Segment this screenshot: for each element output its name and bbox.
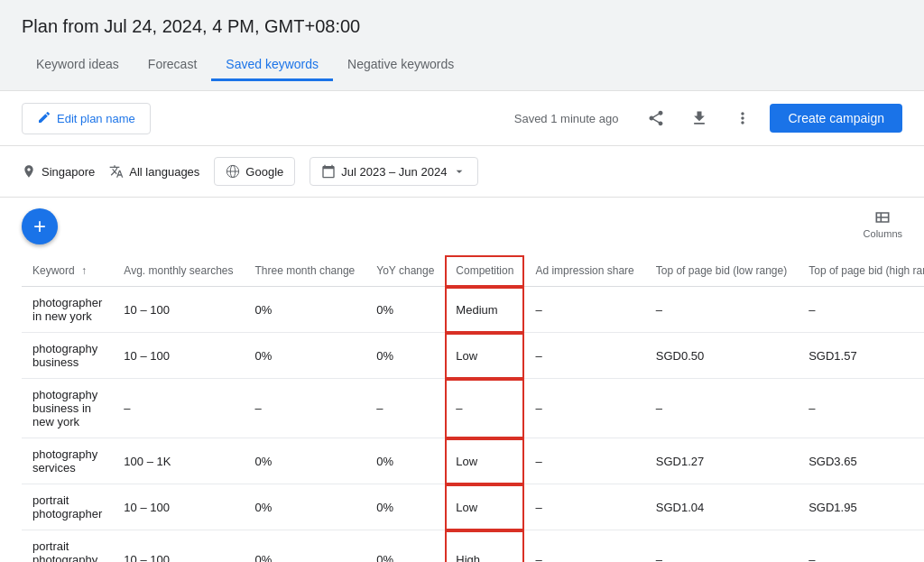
cell-top-page-low: SGD1.27 (645, 438, 798, 484)
cell-ad-impression: – (524, 333, 644, 379)
cell-top-page-low: – (645, 287, 798, 333)
cell-top-page-low: SGD0.50 (645, 333, 798, 379)
cell-top-page-low: – (645, 379, 798, 438)
cell-keyword: photography business in new york (22, 379, 113, 438)
tab-keyword-ideas[interactable]: Keyword ideas (22, 50, 134, 81)
cell-top-page-high: SGD3.65 (798, 438, 924, 484)
language-filter: All languages (109, 164, 199, 179)
network-icon (226, 164, 240, 179)
cell-yoy: 0% (365, 287, 445, 333)
cell-three-month: 0% (245, 438, 366, 484)
location-icon (22, 164, 36, 179)
col-keyword[interactable]: Keyword ↑ (22, 255, 113, 287)
more-options-button[interactable] (726, 102, 759, 134)
edit-icon (37, 110, 51, 127)
network-dropdown[interactable]: Google (214, 157, 295, 186)
table-row: portrait photography service10 – 1000%0%… (22, 530, 924, 563)
col-competition: Competition (445, 255, 524, 287)
col-ad-impression: Ad impression share (524, 255, 644, 287)
cell-top-page-low: – (645, 530, 798, 563)
cell-three-month: 0% (245, 530, 366, 563)
create-campaign-button[interactable]: Create campaign (770, 104, 902, 133)
cell-avg-monthly: 10 – 100 (113, 333, 244, 379)
location-filter: Singapore (22, 164, 95, 179)
download-button[interactable] (683, 102, 716, 134)
cell-competition: Low (445, 438, 524, 484)
tabs-bar: Keyword ideas Forecast Saved keywords Ne… (22, 50, 902, 81)
cell-avg-monthly: 10 – 100 (113, 530, 244, 563)
col-top-page-low: Top of page bid (low range) (645, 255, 798, 287)
cell-three-month: 0% (245, 484, 366, 530)
saved-text: Saved 1 minute ago (162, 112, 619, 125)
table-row: photographer in new york10 – 1000%0%Medi… (22, 287, 924, 333)
cell-top-page-high: SGD1.95 (798, 484, 924, 530)
cell-top-page-high: – (798, 379, 924, 438)
cell-ad-impression: – (524, 530, 644, 563)
cell-three-month: 0% (245, 333, 366, 379)
cell-ad-impression: – (524, 287, 644, 333)
cell-avg-monthly: – (113, 379, 244, 438)
cell-yoy: 0% (365, 530, 445, 563)
keywords-table: Keyword ↑ Avg. monthly searches Three mo… (22, 255, 924, 562)
sort-up-icon: ↑ (81, 264, 87, 277)
cell-competition: – (445, 379, 524, 438)
edit-plan-button[interactable]: Edit plan name (22, 103, 151, 134)
cell-three-month: 0% (245, 287, 366, 333)
date-range-dropdown[interactable]: Jul 2023 – Jun 2024 (310, 157, 478, 186)
cell-avg-monthly: 100 – 1K (113, 438, 244, 484)
cell-keyword: portrait photography service (22, 530, 113, 563)
network-label: Google (245, 165, 283, 179)
table-row: photography business10 – 1000%0%Low–SGD0… (22, 333, 924, 379)
cell-competition: Low (445, 484, 524, 530)
cell-keyword: photography business (22, 333, 113, 379)
tab-negative-keywords[interactable]: Negative keywords (333, 50, 468, 81)
cell-keyword: photographer in new york (22, 287, 113, 333)
cell-top-page-high: – (798, 530, 924, 563)
columns-button[interactable]: Columns (864, 208, 902, 239)
cell-three-month: – (245, 379, 366, 438)
cell-competition: High (445, 530, 524, 563)
cell-ad-impression: – (524, 484, 644, 530)
table-row: photography business in new york–––––––– (22, 379, 924, 438)
cell-top-page-high: SGD1.57 (798, 333, 924, 379)
table-row: portrait photographer10 – 1000%0%Low–SGD… (22, 484, 924, 530)
columns-label: Columns (864, 228, 902, 239)
col-avg-monthly: Avg. monthly searches (113, 255, 244, 287)
col-three-month: Three month change (245, 255, 366, 287)
tab-forecast[interactable]: Forecast (134, 50, 211, 81)
col-yoy: YoY change (365, 255, 445, 287)
edit-plan-label: Edit plan name (57, 112, 135, 125)
toolbar: Edit plan name Saved 1 minute ago Create… (0, 91, 924, 146)
columns-icon (873, 208, 892, 226)
cell-competition: Low (445, 333, 524, 379)
cell-top-page-low: SGD1.04 (645, 484, 798, 530)
col-top-page-high: Top of page bid (high range) (798, 255, 924, 287)
location-label: Singapore (42, 165, 95, 179)
chevron-down-icon (452, 164, 467, 179)
table-header-row: Keyword ↑ Avg. monthly searches Three mo… (22, 255, 924, 287)
share-button[interactable] (640, 102, 672, 134)
cell-keyword: photography services (22, 438, 113, 484)
cell-avg-monthly: 10 – 100 (113, 287, 244, 333)
cell-yoy: 0% (365, 484, 445, 530)
cell-competition: Medium (445, 287, 524, 333)
language-label: All languages (129, 165, 199, 179)
content-area: + Columns Keyword ↑ Avg. monthly searche… (0, 198, 924, 562)
page-title: Plan from Jul 24, 2024, 4 PM, GMT+08:00 (22, 16, 902, 37)
table-body: photographer in new york10 – 1000%0%Medi… (22, 287, 924, 563)
add-icon: + (33, 214, 46, 239)
cell-yoy: – (365, 379, 445, 438)
header-bar: Plan from Jul 24, 2024, 4 PM, GMT+08:00 … (0, 0, 924, 91)
filters-bar: Singapore All languages Google Jul 2023 … (0, 146, 924, 198)
cell-keyword: portrait photographer (22, 484, 113, 530)
cell-yoy: 0% (365, 438, 445, 484)
date-range-label: Jul 2023 – Jun 2024 (341, 165, 447, 179)
calendar-icon (321, 164, 336, 179)
table-row: photography services100 – 1K0%0%Low–SGD1… (22, 438, 924, 484)
cell-top-page-high: – (798, 287, 924, 333)
cell-ad-impression: – (524, 438, 644, 484)
tab-saved-keywords[interactable]: Saved keywords (211, 50, 333, 81)
language-icon (109, 164, 124, 179)
add-keyword-button[interactable]: + (22, 208, 58, 244)
cell-avg-monthly: 10 – 100 (113, 484, 244, 530)
